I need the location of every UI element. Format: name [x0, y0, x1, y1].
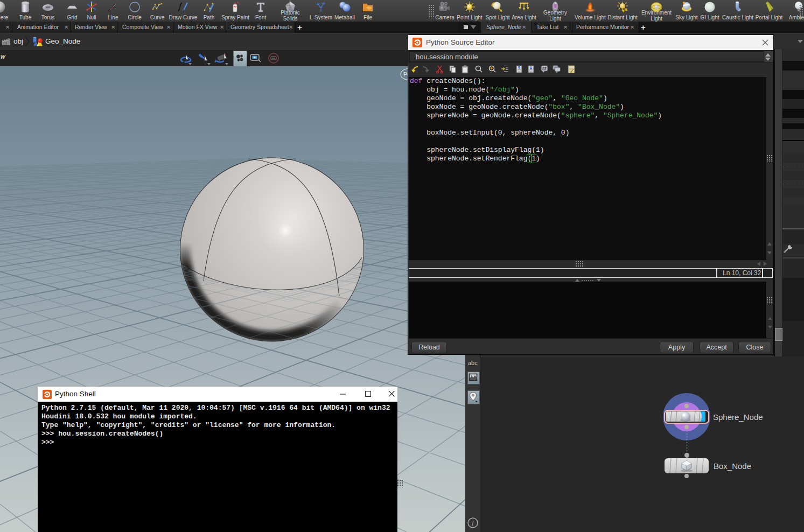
svg-text:i: i: [472, 519, 474, 527]
